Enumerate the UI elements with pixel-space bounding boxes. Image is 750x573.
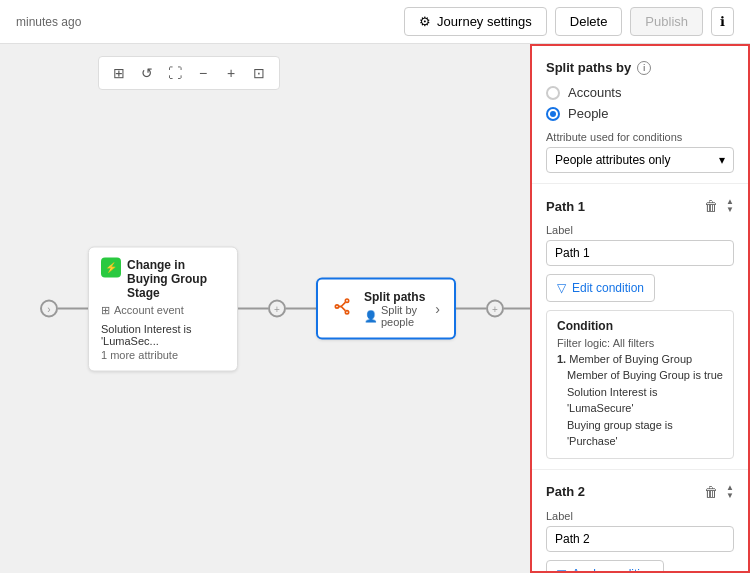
svg-point-2	[345, 311, 348, 314]
event-title: ⚡ Change in Buying Group Stage	[101, 257, 225, 299]
start-node: ›	[40, 300, 58, 318]
condition-sub-lines: Member of Buying Group is true Solution …	[557, 367, 723, 450]
canvas-toolbar: ⊞ ↺ ⛶ − + ⊡	[98, 56, 280, 90]
condition-sub-2: Solution Interest is 'LumaSecure'	[567, 384, 723, 417]
split-by-title: Split paths by i	[546, 60, 734, 75]
path-2-label-text: Label	[546, 510, 734, 522]
topbar-actions: ⚙ Journey settings Delete Publish ℹ	[404, 7, 734, 36]
path-2-header: Path 2 🗑 ▲ ▼	[546, 482, 734, 502]
svg-point-0	[345, 299, 348, 302]
info-circle-icon: ℹ	[720, 14, 725, 29]
event-icon: ⚡	[101, 257, 121, 277]
path-2-title: Path 2	[546, 484, 585, 499]
fit-screen-tool[interactable]: ⊡	[247, 61, 271, 85]
filter-icon-2: ▽	[557, 567, 566, 574]
split-expand-icon[interactable]: ›	[435, 301, 440, 317]
condition-title: Condition	[557, 319, 723, 333]
condition-item-1: 1. Member of Buying Group	[557, 353, 723, 365]
event-node[interactable]: ⚡ Change in Buying Group Stage ⊞ Account…	[88, 246, 238, 371]
path-2-actions: 🗑 ▲ ▼	[702, 482, 734, 502]
people-radio-item[interactable]: People	[546, 106, 734, 121]
people-radio-dot	[550, 111, 556, 117]
path-1-header: Path 1 🗑 ▲ ▼	[546, 196, 734, 216]
path-1-title: Path 1	[546, 199, 585, 214]
zoom-in-tool[interactable]: +	[219, 61, 243, 85]
split-text: Split paths 👤 Split by people	[364, 290, 427, 328]
split-by-radio-group: Accounts People	[546, 85, 734, 121]
undo-tool[interactable]: ↺	[135, 61, 159, 85]
condition-filter-logic: Filter logic: All filters	[557, 337, 723, 349]
condition-sub-1: Member of Buying Group is true	[567, 367, 723, 384]
path-1-section: Path 1 🗑 ▲ ▼ Label ▽ Edit condition Cond…	[532, 184, 748, 470]
timestamp: minutes ago	[16, 15, 81, 29]
delete-button[interactable]: Delete	[555, 7, 623, 36]
chevron-down-icon: ▾	[719, 153, 725, 167]
people-radio-label: People	[568, 106, 608, 121]
edit-condition-button[interactable]: ▽ Edit condition	[546, 274, 655, 302]
condition-sub-3: Buying group stage is 'Purchase'	[567, 417, 723, 450]
chevron-down-icon-2: ▼	[726, 492, 734, 500]
path-2-reorder[interactable]: ▲ ▼	[726, 484, 734, 500]
people-radio[interactable]	[546, 107, 560, 121]
accounts-radio[interactable]	[546, 86, 560, 100]
split-by-info-icon[interactable]: i	[637, 61, 651, 75]
connector-4	[456, 308, 486, 310]
split-node[interactable]: Split paths 👤 Split by people ›	[316, 278, 456, 340]
event-subtitle: ⊞ Account event	[101, 303, 225, 316]
fit-tool[interactable]: ⛶	[163, 61, 187, 85]
attribute-label: Attribute used for conditions	[546, 131, 734, 143]
split-subtitle: 👤 Split by people	[364, 304, 427, 328]
gear-icon: ⚙	[419, 14, 431, 29]
condition-item-number: 1.	[557, 353, 569, 365]
svg-point-1	[335, 305, 338, 308]
flow-container: › ⚡ Change in Buying Group Stage ⊞ Accou…	[40, 246, 530, 371]
journey-settings-button[interactable]: ⚙ Journey settings	[404, 7, 547, 36]
split-icon	[332, 297, 356, 321]
right-panel: Split paths by i Accounts People Attribu…	[530, 44, 750, 573]
canvas-area: ⊞ ↺ ⛶ − + ⊡ › ⚡ Change in Buying Group S…	[0, 44, 530, 573]
add-connector-1[interactable]: +	[268, 300, 286, 318]
event-more: 1 more attribute	[101, 348, 225, 360]
connector-3	[286, 308, 316, 310]
event-attribute: Solution Interest is 'LumaSec...	[101, 322, 225, 346]
connector-1	[58, 308, 88, 310]
connector-5	[504, 308, 530, 310]
chevron-down-icon: ▼	[726, 206, 734, 214]
condition-box: Condition Filter logic: All filters 1. M…	[546, 310, 734, 459]
apply-condition-button[interactable]: ▽ Apply condition	[546, 560, 664, 574]
path-1-delete-button[interactable]: 🗑	[702, 196, 720, 216]
account-icon: ⊞	[101, 303, 110, 316]
path-2-input[interactable]	[546, 526, 734, 552]
info-button[interactable]: ℹ	[711, 7, 734, 36]
split-paths-by-section: Split paths by i Accounts People Attribu…	[532, 46, 748, 184]
path-1-input[interactable]	[546, 240, 734, 266]
main-area: ⊞ ↺ ⛶ − + ⊡ › ⚡ Change in Buying Group S…	[0, 44, 750, 573]
zoom-out-tool[interactable]: −	[191, 61, 215, 85]
accounts-radio-label: Accounts	[568, 85, 621, 100]
path-2-delete-button[interactable]: 🗑	[702, 482, 720, 502]
publish-button[interactable]: Publish	[630, 7, 703, 36]
filter-icon: ▽	[557, 281, 566, 295]
path-2-section: Path 2 🗑 ▲ ▼ Label ▽ Apply condition	[532, 470, 748, 574]
path-1-label-text: Label	[546, 224, 734, 236]
attribute-dropdown[interactable]: People attributes only ▾	[546, 147, 734, 173]
path-1-actions: 🗑 ▲ ▼	[702, 196, 734, 216]
people-icon: 👤	[364, 309, 378, 322]
connector-2	[238, 308, 268, 310]
grid-tool[interactable]: ⊞	[107, 61, 131, 85]
topbar: minutes ago ⚙ Journey settings Delete Pu…	[0, 0, 750, 44]
accounts-radio-item[interactable]: Accounts	[546, 85, 734, 100]
add-connector-2[interactable]: +	[486, 300, 504, 318]
path-1-reorder[interactable]: ▲ ▼	[726, 198, 734, 214]
